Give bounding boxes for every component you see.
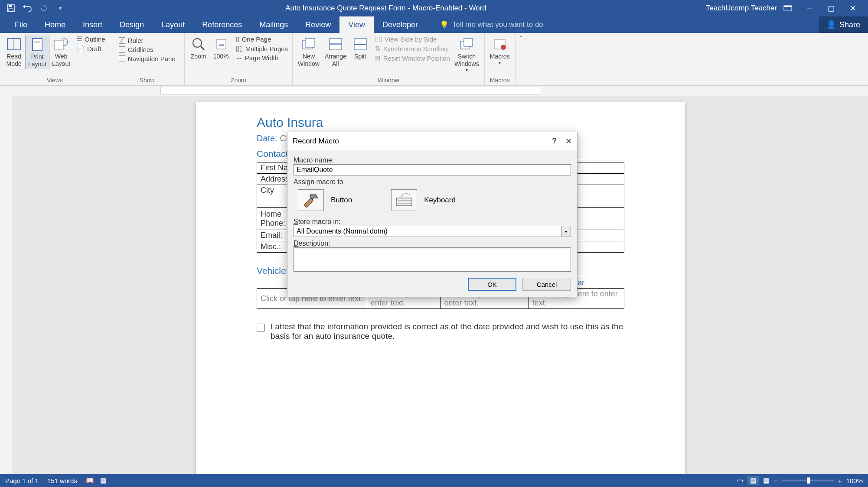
- user-name: TeachUcomp Teacher: [706, 4, 777, 13]
- horizontal-ruler[interactable]: [0, 86, 868, 96]
- one-page-button[interactable]: ▯One Page: [234, 35, 290, 43]
- tab-developer[interactable]: Developer: [374, 16, 427, 33]
- svg-rect-7: [33, 39, 42, 51]
- redo-icon[interactable]: [38, 3, 49, 14]
- side-by-side-button[interactable]: ▯▯View Side by Side: [373, 35, 452, 43]
- macros-icon: [491, 36, 509, 53]
- switch-windows-button[interactable]: Switch Windows ▾: [452, 35, 482, 74]
- maximize-button[interactable]: ▢: [820, 0, 842, 16]
- macros-button[interactable]: Macros ▾: [487, 35, 512, 66]
- ruler-checkbox[interactable]: ✓Ruler: [117, 36, 177, 45]
- zoom-in-button[interactable]: +: [838, 477, 842, 484]
- keyboard-icon: [391, 189, 417, 211]
- tab-home[interactable]: Home: [36, 16, 74, 33]
- read-mode-button[interactable]: Read Mode: [3, 35, 25, 68]
- ribbon: Read Mode Print Layout Web Layout ☰Outli…: [0, 33, 868, 86]
- print-layout-button[interactable]: Print Layout: [25, 35, 49, 69]
- outline-icon: ☰: [76, 35, 82, 43]
- draft-button[interactable]: 📄Draft: [75, 44, 107, 53]
- arrange-all-icon: [327, 36, 344, 53]
- svg-rect-2: [9, 9, 13, 12]
- title-bar: ▾ Auto Insurance Quote Request Form - Ma…: [0, 0, 868, 16]
- tab-layout[interactable]: Layout: [153, 16, 193, 33]
- hundred-percent-button[interactable]: 100 100%: [210, 35, 232, 61]
- spelling-icon[interactable]: 📖: [86, 477, 94, 484]
- zoom-level[interactable]: 100%: [846, 477, 863, 484]
- svg-rect-1: [9, 5, 12, 7]
- minimize-button[interactable]: ─: [799, 0, 820, 16]
- word-count[interactable]: 151 words: [47, 477, 77, 484]
- dialog-help-button[interactable]: ?: [552, 136, 557, 146]
- svg-line-13: [201, 46, 204, 50]
- share-button[interactable]: 👤 Share: [819, 16, 868, 33]
- tab-design[interactable]: Design: [111, 16, 153, 33]
- window-group-label: Window: [293, 77, 484, 85]
- arrange-all-button[interactable]: Arrange All: [322, 35, 349, 68]
- svg-rect-26: [396, 198, 412, 206]
- dropdown-arrow-icon[interactable]: ▾: [561, 226, 571, 237]
- navigation-pane-checkbox[interactable]: Navigation Pane: [117, 55, 177, 63]
- close-button[interactable]: ✕: [842, 0, 864, 16]
- assign-macro-label: Assign macro to: [294, 178, 571, 186]
- ribbon-collapse-button[interactable]: ˄: [516, 33, 527, 85]
- svg-rect-4: [784, 6, 792, 7]
- assign-button-option[interactable]: Button: [298, 189, 352, 211]
- split-button[interactable]: Split: [349, 35, 372, 61]
- undo-icon[interactable]: [22, 3, 33, 14]
- dialog-close-button[interactable]: ✕: [565, 136, 572, 146]
- quick-access-toolbar: ▾: [0, 3, 66, 14]
- macro-name-input[interactable]: [294, 164, 571, 175]
- tab-insert[interactable]: Insert: [74, 16, 111, 33]
- read-mode-view-icon[interactable]: ▭: [737, 477, 743, 484]
- reset-position-button[interactable]: ⊞Reset Window Position: [373, 54, 452, 62]
- ribbon-group-macros: Macros ▾ Macros: [485, 33, 516, 85]
- description-textarea[interactable]: [294, 247, 571, 272]
- svg-text:100: 100: [218, 43, 224, 47]
- multiple-pages-button[interactable]: ▯▯Multiple Pages: [234, 44, 290, 53]
- new-window-button[interactable]: New Window: [295, 35, 322, 68]
- zoom-slider[interactable]: [782, 480, 834, 481]
- svg-point-25: [501, 45, 506, 50]
- tab-mailings[interactable]: Mailings: [251, 16, 297, 33]
- side-by-side-icon: ▯▯: [375, 35, 382, 43]
- tab-review[interactable]: Review: [297, 16, 339, 33]
- zoom-out-button[interactable]: −: [773, 477, 777, 484]
- read-mode-icon: [5, 36, 23, 53]
- svg-point-12: [193, 39, 202, 47]
- ribbon-display-icon[interactable]: [782, 3, 793, 14]
- outline-button[interactable]: ☰Outline: [75, 35, 107, 43]
- assign-keyboard-option[interactable]: Keyboard: [391, 189, 456, 211]
- print-layout-view-icon[interactable]: ▤: [747, 476, 759, 485]
- sync-scrolling-button[interactable]: ⇅Synchronous Scrolling: [373, 44, 452, 53]
- show-group-label: Show: [110, 77, 184, 85]
- checkbox-icon: [119, 55, 125, 62]
- page-status[interactable]: Page 1 of 1: [5, 477, 39, 484]
- store-macro-select[interactable]: [294, 226, 561, 237]
- gridlines-checkbox[interactable]: Gridlines: [117, 45, 177, 54]
- checkbox-icon: ✓: [119, 37, 125, 44]
- one-page-icon: ▯: [236, 35, 239, 43]
- zoom-group-label: Zoom: [185, 77, 292, 85]
- vertical-ruler[interactable]: [0, 96, 13, 477]
- web-layout-button[interactable]: Web Layout: [49, 35, 73, 68]
- page-width-button[interactable]: ↔Page Width: [234, 54, 290, 62]
- hundred-icon: 100: [212, 36, 230, 53]
- tab-view[interactable]: View: [339, 16, 374, 33]
- zoom-button[interactable]: Zoom: [187, 35, 210, 61]
- save-icon[interactable]: [5, 3, 16, 14]
- svg-rect-11: [55, 40, 63, 50]
- reset-position-icon: ⊞: [375, 54, 381, 62]
- tell-me-search[interactable]: 💡 Tell me what you want to do: [427, 16, 543, 33]
- tab-file[interactable]: File: [6, 16, 36, 33]
- qat-dropdown-icon[interactable]: ▾: [55, 3, 66, 14]
- macro-indicator-icon[interactable]: ▦: [100, 477, 106, 484]
- cancel-button[interactable]: Cancel: [522, 278, 571, 291]
- zoom-slider-thumb[interactable]: [807, 477, 810, 484]
- attestation-checkbox[interactable]: [257, 324, 264, 331]
- attestation-text: I attest that the information provided i…: [271, 322, 624, 341]
- tab-references[interactable]: References: [193, 16, 251, 33]
- web-layout-view-icon[interactable]: ▦: [763, 477, 769, 484]
- ok-button[interactable]: OK: [468, 278, 516, 291]
- store-macro-label: Store macro in:: [294, 218, 571, 226]
- date-label: Date:: [257, 133, 277, 143]
